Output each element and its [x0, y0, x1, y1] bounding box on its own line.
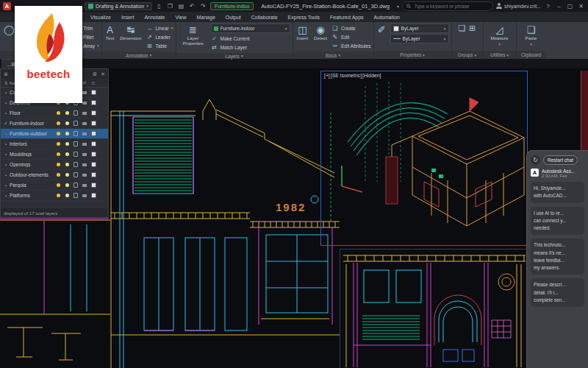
layer-plot-icon[interactable] [80, 122, 89, 125]
panel-label-draw[interactable] [0, 51, 16, 59]
close-button[interactable]: ✕ [577, 3, 585, 10]
tab-view[interactable]: View [170, 13, 191, 21]
minimize-button[interactable]: – [555, 3, 563, 10]
layer-on-icon[interactable] [54, 183, 62, 187]
layer-color-swatch[interactable] [89, 193, 98, 198]
layer-row-selected[interactable]: ▪Furniture-outdoor [1, 129, 108, 139]
linetype-dropdown[interactable]: ByLayer▾ [390, 34, 449, 43]
layer-plot-icon[interactable] [80, 153, 89, 156]
title-caret-icon[interactable]: ▾ [397, 4, 399, 9]
panel-label-groups[interactable]: Groups▾ [452, 51, 483, 59]
tool-match-layer[interactable]: ⇄Match Layer [211, 43, 290, 52]
layer-on-icon[interactable] [54, 152, 62, 156]
tab-express-tools[interactable]: Express Tools [283, 13, 325, 21]
viewport-view-control[interactable]: [SE Isometric] [331, 73, 362, 78]
tab-collaborate[interactable]: Collaborate [246, 13, 283, 21]
viewport-plus-control[interactable]: [+] [324, 73, 330, 78]
insert-block-button[interactable]: ◫Insert [295, 24, 309, 42]
layer-row[interactable]: ▪Platforms [1, 191, 108, 201]
layer-color-swatch[interactable] [89, 183, 98, 188]
layer-on-icon[interactable] [54, 142, 62, 146]
layer-freeze-icon[interactable] [62, 152, 71, 156]
layer-properties-button[interactable]: ≣Layer Properties [179, 24, 208, 47]
palette-close-icon[interactable]: ✕ [101, 71, 105, 77]
layer-row[interactable]: ▪Pergola [1, 180, 108, 191]
workspace-selector[interactable]: Drafting & Annotation ▾ [85, 2, 152, 10]
tool-edit-block[interactable]: ✎Edit [331, 32, 371, 41]
search-input[interactable] [413, 3, 489, 10]
tab-automation[interactable]: Automation [369, 13, 405, 21]
layer-on-icon[interactable] [54, 111, 62, 115]
layer-color-swatch[interactable] [89, 121, 98, 126]
layer-plot-icon[interactable] [80, 163, 89, 166]
panel-label-utilities[interactable]: Utilities▾ [484, 51, 516, 59]
layer-lock-icon[interactable] [71, 110, 80, 116]
tool-edit-attributes[interactable]: ✑Edit Attributes [331, 41, 371, 50]
open-file-icon[interactable]: ❒ [166, 3, 174, 10]
layer-on-icon[interactable] [54, 132, 62, 135]
layer-plot-icon[interactable] [80, 174, 89, 177]
layer-freeze-icon[interactable] [62, 121, 71, 125]
layer-freeze-icon[interactable] [62, 183, 71, 187]
paste-button[interactable]: ❑Paste▾ [524, 24, 539, 47]
tab-visualize[interactable]: Visualize [85, 13, 116, 21]
palette-settings-icon[interactable]: ⚙ [93, 71, 97, 77]
panel-label-block[interactable]: Block▾ [293, 52, 373, 59]
panel-label-annotation[interactable]: Annotation▾ [102, 52, 176, 59]
undo-icon[interactable]: ↶ [188, 3, 196, 10]
restart-icon[interactable]: ↻ [531, 155, 540, 165]
layer-lock-icon[interactable] [71, 172, 80, 177]
tool-create-block[interactable]: ❏Create [331, 24, 371, 32]
group-icon[interactable]: ❏ [459, 24, 466, 33]
layer-on-icon[interactable] [54, 194, 62, 197]
layer-lock-icon[interactable] [71, 162, 80, 167]
new-file-icon[interactable]: ▯ [155, 3, 163, 10]
layer-freeze-icon[interactable] [62, 132, 71, 135]
palette-menu-icon[interactable]: ≣ [4, 71, 8, 77]
restore-button[interactable]: ▢ [566, 3, 574, 10]
layer-row-current[interactable]: ✓Furniture-indoor [1, 118, 108, 129]
layer-color-swatch[interactable] [89, 110, 98, 116]
layer-color-swatch[interactable] [89, 100, 98, 105]
viewport-style-control[interactable]: [Hidden] [362, 73, 381, 78]
layer-on-icon[interactable] [54, 173, 62, 177]
layer-freeze-icon[interactable] [62, 173, 71, 177]
layer-freeze-icon[interactable] [62, 142, 71, 146]
layer-color-swatch[interactable] [89, 131, 98, 136]
layer-on-icon[interactable] [54, 163, 62, 166]
save-icon[interactable]: ▤ [177, 3, 185, 10]
layer-freeze-icon[interactable] [62, 111, 71, 115]
match-properties-button[interactable]: ✐ [376, 24, 387, 36]
layer-lock-icon[interactable] [71, 193, 80, 198]
layer-lock-icon[interactable] [71, 121, 80, 126]
panel-label-clipboard[interactable]: Clipboard [517, 51, 546, 59]
layer-color-swatch[interactable] [89, 141, 98, 146]
layer-plot-icon[interactable] [80, 112, 89, 115]
layer-on-icon[interactable] [54, 121, 62, 125]
tab-featured-apps[interactable]: Featured Apps [325, 13, 369, 21]
layer-freeze-icon[interactable] [62, 194, 71, 197]
layer-plot-icon[interactable] [80, 143, 89, 146]
tool-make-current[interactable]: ✓Make Current [211, 34, 290, 43]
dimension-tool-button[interactable]: ↹Dimension [118, 24, 143, 42]
draw-tool-button[interactable]: ◯ [2, 24, 16, 36]
layer-plot-icon[interactable] [80, 132, 89, 135]
layer-lock-icon[interactable] [71, 152, 80, 157]
search-box[interactable]: ⚲ [402, 1, 493, 11]
tool-leader[interactable]: ↗Leader [146, 32, 173, 41]
layer-color-swatch[interactable] [89, 162, 98, 167]
layer-color-swatch[interactable] [89, 172, 98, 177]
layer-color-swatch[interactable] [89, 152, 98, 157]
layer-lock-icon[interactable] [71, 183, 80, 188]
help-icon[interactable]: ? [544, 3, 552, 10]
layer-row[interactable]: ▪Outdoor-elements [1, 170, 108, 180]
tab-insert[interactable]: Insert [116, 13, 140, 21]
layer-plot-icon[interactable] [80, 184, 89, 187]
measure-button[interactable]: ◿Measure▾ [489, 24, 509, 47]
layer-plot-icon[interactable] [80, 194, 89, 197]
detect-block-button[interactable]: ◉Detect [312, 24, 329, 42]
layer-row[interactable]: ▪Mouldings [1, 149, 108, 160]
layer-color-swatch[interactable] [89, 90, 98, 95]
layer-lock-icon[interactable] [71, 141, 80, 146]
file-tab-furniture-indoor[interactable]: Furniture-indoo [210, 2, 254, 10]
